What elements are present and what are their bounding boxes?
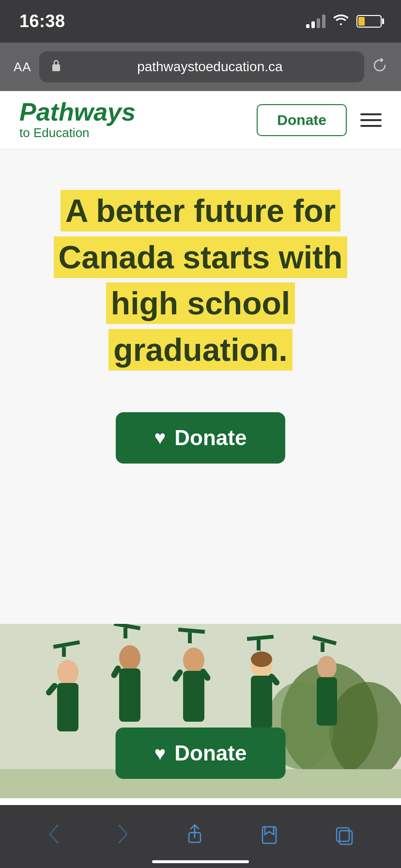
svg-point-25	[251, 651, 272, 667]
signal-icon	[306, 15, 325, 28]
hero-donate-label: Donate	[174, 426, 247, 450]
photo-section: ♥ Donate	[0, 624, 401, 798]
status-bar: 16:38	[0, 0, 401, 43]
hero-donate-button[interactable]: ♥ Donate	[116, 412, 286, 464]
photo-heart-icon: ♥	[154, 743, 166, 764]
svg-rect-26	[251, 676, 272, 729]
lock-icon	[51, 59, 62, 75]
svg-point-30	[317, 656, 337, 679]
svg-rect-12	[123, 628, 127, 638]
svg-rect-0	[52, 64, 60, 71]
url-text: pathwaystoeducation.ca	[67, 59, 353, 75]
svg-point-18	[183, 648, 204, 673]
hamburger-menu-icon[interactable]	[360, 113, 382, 127]
nav-header: Pathways to Education Donate	[0, 91, 401, 149]
nav-donate-button[interactable]: Donate	[257, 104, 347, 136]
hamburger-line-2	[360, 119, 382, 121]
bookmarks-button[interactable]	[255, 819, 284, 854]
share-button[interactable]	[180, 819, 209, 854]
svg-rect-14	[119, 668, 140, 722]
logo[interactable]: Pathways to Education	[19, 99, 136, 140]
svg-rect-31	[317, 677, 337, 726]
svg-rect-17	[188, 633, 192, 643]
heart-icon: ♥	[154, 427, 166, 449]
forward-button[interactable]	[111, 819, 135, 854]
hamburger-line-3	[360, 125, 382, 127]
wifi-icon	[333, 14, 349, 30]
svg-rect-7	[62, 647, 66, 657]
hero-headline: A better future for Canada starts with h…	[29, 188, 372, 373]
svg-rect-35	[339, 831, 352, 844]
battery-icon	[356, 15, 382, 28]
hamburger-line-1	[360, 113, 382, 115]
photo-donate-button[interactable]: ♥ Donate	[116, 728, 286, 779]
back-button[interactable]	[42, 819, 65, 854]
svg-rect-34	[337, 828, 349, 841]
reload-icon[interactable]	[372, 58, 387, 77]
svg-rect-9	[57, 683, 78, 731]
bottom-browser-bar	[0, 805, 401, 868]
svg-rect-23	[257, 640, 261, 651]
home-indicator	[152, 860, 249, 863]
hero-headline-text: A better future for Canada starts with h…	[54, 190, 348, 371]
svg-point-8	[57, 660, 78, 685]
status-time: 16:38	[19, 11, 65, 31]
hero-section: A better future for Canada starts with h…	[0, 149, 401, 624]
browser-bar: AA pathwaystoeducation.ca	[0, 43, 401, 91]
svg-rect-19	[183, 671, 204, 722]
browser-aa-button[interactable]: AA	[14, 60, 31, 75]
photo-donate-label: Donate	[174, 741, 247, 765]
status-icons	[306, 14, 382, 30]
url-bar[interactable]: pathwaystoeducation.ca	[39, 51, 364, 82]
logo-pathways: Pathways	[19, 99, 136, 124]
svg-rect-29	[321, 642, 324, 652]
svg-point-13	[119, 645, 140, 670]
tabs-button[interactable]	[330, 819, 359, 854]
nav-right: Donate	[257, 104, 382, 136]
logo-to-education: to Education	[19, 125, 136, 140]
